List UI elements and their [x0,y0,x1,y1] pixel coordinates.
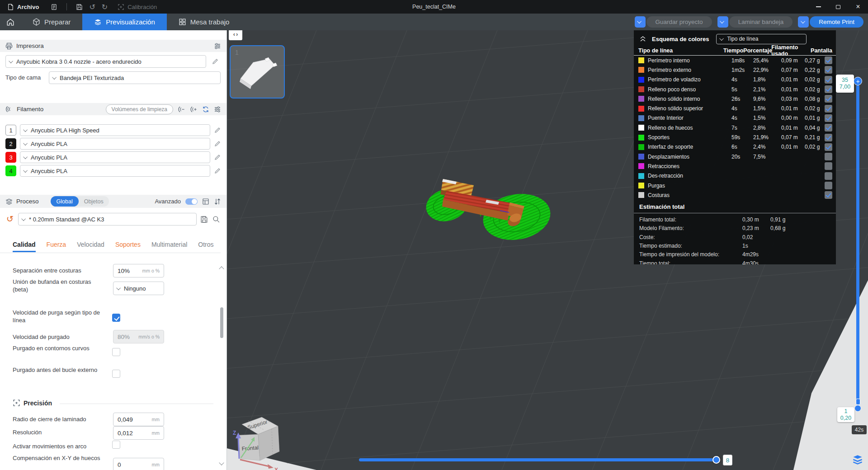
gcode-model-preview[interactable] [420,167,561,249]
process-tab[interactable]: Otros [198,241,213,252]
layer-slider-lower-ball[interactable] [854,405,861,412]
line-type-visibility-checkbox[interactable] [825,56,832,64]
reset-preset-icon[interactable]: ↺ [6,215,14,223]
line-type-weight: 0,04 g [805,125,824,131]
edit-filament-icon[interactable] [214,127,221,134]
remove-filament-icon[interactable] [178,106,185,113]
process-preset-select[interactable]: * 0.20mm Standard @AC K3 [18,213,197,226]
line-type-visibility-checkbox[interactable] [825,134,832,141]
window-close-button[interactable]: × [848,0,868,14]
filament-settings-icon[interactable] [214,106,221,113]
advanced-toggle[interactable] [185,198,198,205]
process-tab[interactable]: Soportes [115,241,141,252]
wipe-on-loops-checkbox[interactable] [112,348,120,356]
process-tab[interactable]: Calidad [13,241,36,252]
filament-select[interactable]: Anycubic PLA [20,151,210,163]
line-type-visibility-checkbox[interactable] [825,124,832,132]
tab-previsualizacion[interactable]: Previsualización [82,14,166,30]
guardar-proyecto-button[interactable]: Guardar proyecto [646,16,712,28]
line-type-visibility-checkbox[interactable] [825,143,832,151]
laminar-bandeja-button[interactable]: Laminar bandeja [729,16,793,28]
filament-color-chip[interactable]: 4 [5,165,16,176]
remote-print-dropdown[interactable] [798,16,809,28]
laminar-bandeja-dropdown[interactable] [717,16,728,28]
sync-filament-icon[interactable] [202,106,209,113]
filament-color-chip[interactable]: 1 [5,125,16,136]
arc-moves-checkbox[interactable] [112,441,120,449]
line-type-visibility-checkbox[interactable] [825,76,832,84]
tab-mesa-trabajo[interactable]: Mesa trabajo [167,14,241,30]
scope-global[interactable]: Global [51,196,79,207]
scrollbar-thumb[interactable] [220,307,223,338]
slice-gap-radius-input[interactable]: 0,049 mm [113,413,164,426]
search-preset-icon[interactable] [212,216,220,223]
window-maximize-button[interactable] [828,0,848,14]
line-type-visibility-checkbox[interactable] [825,172,832,180]
line-type-visibility-checkbox[interactable] [825,105,832,113]
notes-button[interactable] [51,4,57,10]
save-preset-icon[interactable] [200,216,208,223]
line-type-color-chip [638,96,644,102]
edit-printer-icon[interactable] [212,58,219,65]
layer-slider-lower-handle[interactable] [856,399,860,405]
purge-by-line-checkbox[interactable] [112,314,120,322]
collapse-panel-icon[interactable] [639,36,646,42]
step-slider-track[interactable] [359,458,720,461]
layer-slider-plus-button[interactable]: + [854,77,862,85]
line-type-visibility-checkbox[interactable] [825,85,832,93]
filament-select[interactable]: Anycubic PLA High Speed [20,124,210,136]
filament-color-chip[interactable]: 3 [5,152,16,163]
scroll-up-arrow[interactable] [219,266,224,271]
navigation-cube[interactable]: Superior Frontal Z X [228,409,289,470]
redo-button[interactable]: ↻ [102,3,108,11]
line-type-visibility-checkbox[interactable] [825,66,832,74]
filament-select[interactable]: Anycubic PLA [20,165,210,177]
filament-color-chip[interactable]: 2 [5,138,16,149]
remote-print-button[interactable]: Remote Print [810,16,863,28]
guardar-proyecto-dropdown[interactable] [635,16,646,28]
xy-hole-comp-input[interactable]: 0 mm [113,458,164,470]
window-minimize-button[interactable] [808,0,828,14]
process-tab[interactable]: Velocidad [77,241,104,252]
total-value-1: 1s [742,243,770,249]
bed-type-select[interactable]: Bandeja PEI Texturizada [49,71,221,84]
process-tab[interactable]: Multimaterial [151,241,187,252]
plate-thumbnail[interactable]: 1 [230,45,285,99]
preset-compare-icon[interactable] [214,198,221,205]
line-type-visibility-checkbox[interactable] [825,162,832,170]
edit-filament-icon[interactable] [214,154,221,161]
calibration-button[interactable]: Calibración [118,4,157,10]
scope-objetos[interactable]: Objetos [79,198,109,205]
tab-preparar[interactable]: Preparar [21,14,82,30]
printer-select[interactable]: Anycubic Kobra 3 0.4 nozzle - acero endu… [5,55,206,68]
process-tab[interactable]: Fuerza [47,241,66,252]
seam-gap-input[interactable]: 10% mm o % [113,264,164,277]
flush-volumes-button[interactable]: Volúmenes de limpieza [106,104,173,114]
wipe-before-external-checkbox[interactable] [112,370,120,378]
line-type-visibility-checkbox[interactable] [825,114,832,122]
parameter-table-icon[interactable] [202,198,209,205]
file-menu[interactable]: Archivo [7,4,39,10]
resolution-unit: mm [152,430,160,436]
view-mode-select[interactable]: Tipo de línea [716,34,807,44]
undo-button[interactable]: ↺ [89,3,95,11]
printer-settings-icon[interactable] [214,42,221,50]
scarf-joint-select[interactable]: Ninguno [113,282,164,295]
line-type-visibility-checkbox[interactable] [825,153,832,160]
home-button[interactable] [0,14,21,30]
edit-filament-icon[interactable] [214,140,221,147]
layers-icon[interactable] [852,454,863,465]
line-type-visibility-checkbox[interactable] [825,191,832,199]
line-type-visibility-checkbox[interactable] [825,182,832,189]
layer-slider-track[interactable] [856,85,859,401]
scope-toggle[interactable]: Global Objetos [51,196,109,207]
edit-filament-icon[interactable] [214,167,221,174]
save-button[interactable] [76,4,83,10]
filament-select[interactable]: Anycubic PLA [20,138,210,150]
scroll-down-arrow[interactable] [219,460,224,465]
add-filament-icon[interactable] [190,106,198,113]
step-slider-handle[interactable] [712,456,720,464]
seam-gap-unit: mm o % [142,268,160,273]
line-type-visibility-checkbox[interactable] [825,95,832,103]
resolution-input[interactable]: 0,012 mm [113,426,164,440]
